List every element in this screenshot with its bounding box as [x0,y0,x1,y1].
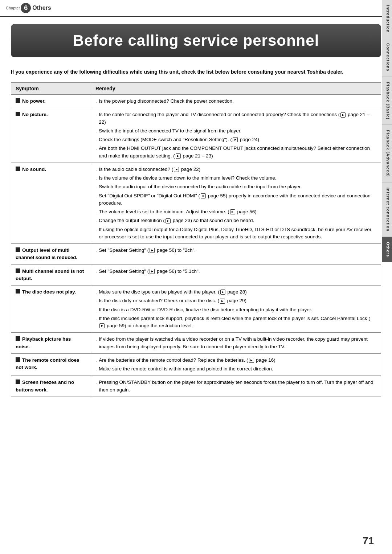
remedy-cell: .If video from the player is watched via… [91,333,381,354]
bullet-dot: . [95,209,97,215]
remedy-cell: .Set "Speaker Setting" ( page 56) to "5.… [91,264,381,286]
remedy-text: Set "Speaker Setting" ( page 56) to "2ch… [99,247,196,254]
remedy-item: .Pressing ON/STANDBY button on the playe… [95,379,376,394]
page-ref-icon [150,269,155,274]
table-row: No power..Is the power plug disconnected… [11,95,381,108]
remedy-item: .Are both the HDMI OUTPUT jack and the C… [95,145,376,160]
table-row: The remote control does not work..Are th… [11,353,381,376]
symptom-icon [16,289,20,294]
page-ref-icon [220,299,225,304]
bullet-dot: . [95,297,97,304]
remedy-item: .Make sure the disc type can be played w… [95,288,376,296]
bullet-dot: . [95,111,97,118]
table-row: Screen freezes and no buttons work..Pres… [11,376,381,397]
remedy-text: The volume level is set to the minimum. … [99,208,256,216]
sidebar-tab-introduction[interactable]: Introduction [382,0,392,38]
page-ref-icon [233,137,238,142]
remedy-text: Are the batteries of the remote control … [99,357,275,364]
remedy-text: Is the audio cable disconnected? ( page … [99,166,200,173]
page-ref-icon [230,209,235,214]
symptom-icon [16,247,20,252]
remedy-item: .Is the audio cable disconnected? ( page… [95,166,376,173]
remedy-item: .Change the output resolution ( page 23)… [95,217,376,224]
bullet-dot: . [95,145,97,152]
symptom-cell: Playback picture has noise. [11,333,91,354]
bullet-dot: . [95,166,97,173]
page-ref-icon [176,153,181,159]
symptom-icon [16,379,20,384]
symptom-icon [16,268,20,273]
symptom-icon [16,357,20,362]
symptom-cell: The remote control does not work. [11,353,91,376]
content-area: If you experience any of the following d… [11,68,381,397]
page-ref-icon [201,193,206,198]
sidebar-tab-internet-connection[interactable]: Internet connection [382,182,392,237]
bullet-dot: . [95,336,97,342]
table-row: No picture..Is the cable for connecting … [11,108,381,163]
bullet-dot: . [95,268,97,275]
remedy-text: Is the disc dirty or scratched? Check or… [99,297,246,304]
remedy-cell: .Set "Speaker Setting" ( page 56) to "2c… [91,244,381,265]
table-row: The disc does not play..Make sure the di… [11,286,381,333]
remedy-item: .Are the batteries of the remote control… [95,357,376,364]
chapter-title: Others [32,5,51,11]
symptom-cell: Output level of multi channel sound is r… [11,244,91,265]
remedy-text: If using the optical digital output for … [99,226,376,241]
remedy-item: .If video from the player is watched via… [95,336,376,350]
page-ref-icon [249,358,254,363]
sidebar-tabs: IntroductionConnectionsPlayback (Basic)P… [382,0,392,554]
symptom-cell: No sound. [11,163,91,243]
remedy-text: If the disc is a DVD-RW or DVD-R disc, f… [99,306,312,313]
remedy-cell: .Is the audio cable disconnected? ( page… [91,163,381,243]
bullet-dot: . [95,357,97,364]
page-ref-icon [150,248,155,253]
bullet-dot: . [95,247,97,254]
sidebar-tab-playback--advanced-[interactable]: Playback (Advanced) [382,125,392,182]
symptom-cell: No power. [11,95,91,108]
sidebar-tab-playback--basic-[interactable]: Playback (Basic) [382,77,392,125]
remedy-text: Switch the audio input of the device con… [99,183,302,190]
bullet-dot: . [95,366,97,372]
remedy-cell: .Is the power plug disconnected? Check t… [91,95,381,108]
sidebar-tab-connections[interactable]: Connections [382,38,392,77]
remedy-item: .Set "Speaker Setting" ( page 56) to "2c… [95,247,376,254]
sidebar-tab-others[interactable]: Others [382,237,392,262]
page-number: 71 [363,535,374,547]
symptom-cell: Multi channel sound is not output. [11,264,91,286]
remedy-text: Set "Digital Out SPDIF" or "Digital Out … [99,192,376,207]
remedy-cell: .Is the cable for connecting the player … [91,108,381,163]
remedy-text: If the disc includes parent lock support… [99,315,376,330]
page-title: Before calling service personnel [22,32,370,49]
table-row: No sound..Is the audio cable disconnecte… [11,163,381,243]
symptom-cell: The disc does not play. [11,286,91,333]
bullet-dot: . [95,226,97,233]
table-row: Output level of multi channel sound is r… [11,244,381,265]
remedy-item: .Is the disc dirty or scratched? Check o… [95,297,376,304]
remedy-text: Make sure the remote control is within r… [99,365,273,373]
remedy-item: .Make sure the remote control is within … [95,365,376,373]
remedy-item: .Switch the audio input of the device co… [95,183,376,190]
remedy-item: .If using the optical digital output for… [95,226,376,241]
symptom-icon [16,112,20,116]
remedy-item: .Is the power plug disconnected? Check t… [95,98,376,105]
bullet-dot: . [95,128,97,134]
remedy-text: Are both the HDMI OUTPUT jack and the CO… [99,145,376,160]
page-ref-icon [166,218,171,223]
remedy-item: .If the disc includes parent lock suppor… [95,315,376,330]
bullet-dot: . [95,315,97,322]
bullet-dot: . [95,307,97,313]
remedy-item: .Is the volume of the device turned down… [95,175,376,182]
remedy-item: .Is the cable for connecting the player … [95,111,376,126]
bullet-dot: . [95,289,97,295]
remedy-text: Switch the input of the connected TV to … [99,127,241,135]
page-ref-icon [99,323,105,328]
remedy-text: Is the volume of the device turned down … [99,175,276,182]
remedy-text: If video from the player is watched via … [99,336,376,350]
remedy-text: Pressing ON/STANDBY button on the player… [99,379,376,394]
remedy-text: Set "Speaker Setting" ( page 56) to "5.1… [99,268,200,275]
table-row: Playback picture has noise..If video fro… [11,333,381,354]
remedy-cell: .Are the batteries of the remote control… [91,353,381,376]
bullet-dot: . [95,98,97,104]
chapter-header: Chapter 6 Others [0,0,392,17]
remedy-item: .The volume level is set to the minimum.… [95,208,376,216]
